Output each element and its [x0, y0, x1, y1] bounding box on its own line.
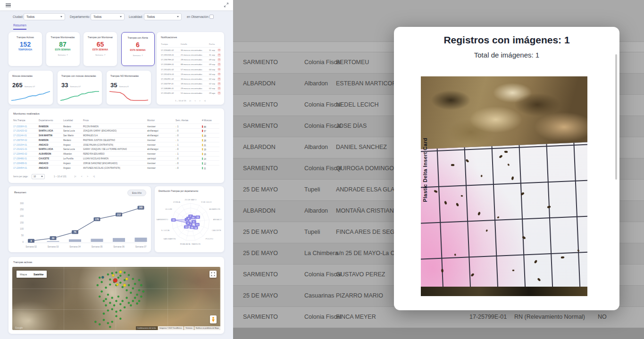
row-edge-fragment: · — [233, 123, 235, 129]
spark-card-value: 265 — [12, 82, 23, 89]
stat-card-4[interactable]: Trampas con Alerta6ESTA SEMANASemana: 7 — [121, 32, 155, 66]
notification-row[interactable]: 17-24808E-0129 moscas encontradas02 sep✉ — [161, 86, 221, 91]
trampa-link[interactable]: 17-23114A-01 — [13, 134, 27, 137]
cell-sem-alertas: ↓0 — [176, 157, 178, 160]
monitoreo-row[interactable]: 17-23308H-01RAWSONMedanoPICON RAMONriver… — [13, 124, 219, 128]
monitoreo-row[interactable]: 17-22648B-01ANGACOAngacoJORGE SANCHEZ (E… — [13, 160, 219, 165]
monitoreo-row[interactable]: 17-23648E-01CAUCETELa PuntillaLUJAN NICO… — [13, 156, 219, 161]
map-attribution-item[interactable]: Notificar un problema de Mapa — [194, 326, 220, 330]
first-page-icon[interactable]: |< — [190, 99, 192, 102]
localidad-select[interactable]: Todos — [144, 13, 182, 20]
notification-row[interactable]: 17-23308H-0188 moscas encontradas09 sep✉ — [161, 62, 221, 66]
notification-trampa: 17-23515H-01 — [161, 54, 174, 56]
next-page-icon[interactable]: > — [87, 175, 88, 178]
moscas-value: 19 — [204, 149, 206, 151]
notification-row[interactable]: 17-23679H-0228 moscas encontradas09 sep✉ — [161, 57, 221, 61]
radar-chart: 25 DE MAYO9 DE JULIOALBARDONANGACOCAUCET… — [155, 194, 224, 251]
svg-text:POCITO: POCITO — [206, 238, 214, 240]
cell-moscas: 88 — [202, 125, 206, 128]
cell-localidad: Tupeli — [304, 229, 320, 235]
trampa-link[interactable]: 17-23142D-02 — [13, 130, 27, 132]
prev-page-icon[interactable]: < — [81, 175, 83, 178]
notification-detalle: 19 moscas encontradas — [181, 73, 202, 75]
expand-icon[interactable] — [224, 2, 229, 8]
trampa-link[interactable]: 17-23648E-01 — [13, 157, 27, 160]
cell-monitor: riveroser — [147, 167, 156, 169]
cell-monitor: alniñanagui — [147, 134, 159, 137]
monitoreo-row[interactable]: 17-23142G-01SANTA LUCIASanta LucíaGARAY … — [13, 147, 219, 151]
items-per-page-select[interactable]: 10 — [32, 174, 45, 179]
notification-row[interactable]: 17-23515H-0121 moscas encontradas11 sep✉ — [161, 52, 221, 57]
trampa-link[interactable]: 17-22645H-01 — [13, 167, 27, 169]
moscas-level-bar — [202, 148, 203, 150]
last-page-icon[interactable]: >| — [204, 99, 206, 102]
tab-resumen[interactable]: Resumen — [13, 24, 26, 30]
row-edge-fragment: · — [233, 101, 235, 108]
cell-departamento: 25 DE MAYO — [243, 250, 278, 256]
trampa-link[interactable]: 17-23308H-01 — [13, 125, 27, 128]
departamento-select[interactable]: Todos — [91, 13, 125, 20]
monitoreo-row[interactable]: 17-23114A-01SAN MARTINSan MartinMORALES … — [13, 133, 219, 138]
trampa-link[interactable]: 17-23142G-01 — [13, 148, 27, 150]
monitoreo-row[interactable]: 17-23142D-02SANTA LUCIASanta LucíaJOAQUI… — [13, 128, 219, 133]
trap-photo[interactable]: Plastic Delta Insert Card — [421, 76, 587, 296]
monitoreo-row[interactable]: 17-23679H-02RAWSONMedanoPASTRAN JUSTON C… — [13, 137, 219, 142]
notification-row[interactable]: 17-22644D-0236 moscas encontradas11 sep✉ — [161, 47, 221, 52]
notification-row[interactable]: 17-24475F-0118 moscas encontradas02 sep✉ — [161, 81, 221, 85]
trampa-link[interactable]: 17-22644D-02 — [13, 153, 27, 155]
notifications-title: Notificaciones — [161, 36, 177, 39]
ciudad-select[interactable]: Todos — [24, 13, 65, 20]
monitoreo-row[interactable]: 17-22645H-01ANGACOAngacoANTUNES NICOLAS … — [13, 165, 219, 170]
stat-card-value: 65 — [85, 41, 116, 48]
modal-scrollbar[interactable] — [615, 54, 617, 180]
svg-text:ZONDA: ZONDA — [173, 201, 180, 203]
este-ano-button[interactable]: Este Año — [127, 190, 146, 196]
cell-finca: DANIEL SANCHEZ — [336, 144, 387, 150]
trampa-link[interactable]: 17-23679H-02 — [13, 139, 27, 141]
observacion-checkbox[interactable] — [209, 15, 214, 19]
cell-monitor: riveroser — [147, 153, 156, 155]
spark-card-2[interactable]: Trampas con moscas detectadas33Semana 07 — [58, 71, 102, 105]
next-page-icon[interactable]: > — [199, 99, 201, 102]
stat-card-2[interactable]: Trampas Monitoreadas87ESTA SEMANASemana:… — [46, 32, 80, 66]
map-title: Trampas activas — [13, 261, 32, 264]
radar-chart-title: Distribución Trampas por departamento — [159, 190, 198, 192]
satellite-button[interactable]: Satélite — [30, 271, 47, 278]
hamburger-menu-icon[interactable] — [6, 3, 11, 7]
stat-card-3[interactable]: Trampas por Monitorear65ESTA SEMANASeman… — [84, 32, 117, 66]
photo-bottom-ground — [421, 287, 587, 296]
moscas-value: 21 — [204, 144, 206, 146]
prev-page-icon[interactable]: < — [195, 99, 196, 102]
map-attribution-item[interactable]: Términos — [184, 326, 194, 330]
notification-row[interactable]: 17-23142G-0119 moscas encontradas04 sep✉ — [161, 71, 221, 76]
monitoreo-row[interactable]: 17-22644D-02ALBARDONAlbardonFEREYRA EDUA… — [13, 151, 219, 156]
trampa-link[interactable]: 17-23315H-01 — [13, 144, 27, 146]
cell-departamento: SANTA LUCIA — [39, 148, 53, 150]
notification-trampa: 17-22644D-02 — [161, 49, 174, 51]
spark-card-1[interactable]: Moscas detectadas265Semana 07 — [8, 71, 53, 105]
stat-card-1[interactable]: Trampas Activas152TEMPORADA — [8, 32, 42, 66]
notifications-paginator: 1 – 10 of 15 |< < > >| — [157, 99, 224, 102]
map-attribution-item[interactable]: Imágenes ©2022 TerraMetrics — [158, 326, 184, 330]
street-view-pegman[interactable] — [210, 315, 217, 323]
fly-speck — [512, 270, 514, 271]
svg-text:Semana 06: Semana 06 — [113, 246, 125, 248]
spark-card-3[interactable]: Trampas NO Monitoreadas35Semana 8 — [107, 71, 151, 105]
notification-row[interactable]: 17-23142D-0257 moscas encontradas04 sep✉ — [161, 66, 221, 71]
resumen-chart-title: Resumen — [14, 191, 26, 194]
monitoreo-row[interactable]: 17-23315H-01ANGACOAngacoJOSÉ PALMA (CONT… — [13, 142, 219, 147]
satellite-map[interactable]: Mapa Satélite Google Combinaciones de te… — [12, 267, 220, 330]
cell-monitor: alniñanagui — [147, 148, 159, 150]
notification-detalle: 28 moscas encontradas — [181, 58, 202, 61]
map-button[interactable]: Mapa — [17, 271, 30, 278]
map-fullscreen-button[interactable] — [209, 271, 217, 278]
screen: Ciudad: Todos Departamento: Todos Locali… — [0, 0, 644, 339]
trampa-link[interactable]: 17-22648B-01 — [13, 162, 27, 165]
notification-row[interactable]: 17-23029C-0234 moscas encontradas02 sep✉ — [161, 76, 221, 81]
last-page-icon[interactable]: >| — [93, 175, 95, 178]
first-page-icon[interactable]: |< — [75, 175, 76, 178]
cell-finca: JOSE DÍAS — [336, 123, 367, 129]
envelope-alert-icon: ✉ — [217, 87, 221, 90]
notification-row[interactable]: 17-23142D-0251 moscas encontradas29 ago✉ — [161, 91, 221, 95]
modal-title: Registros con imágenes: 1 — [394, 34, 619, 46]
